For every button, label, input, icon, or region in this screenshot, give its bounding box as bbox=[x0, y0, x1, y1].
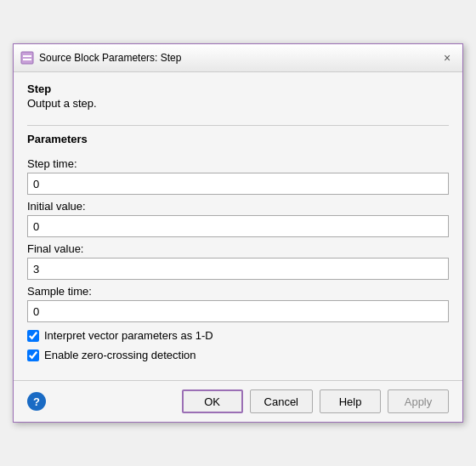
close-button[interactable]: × bbox=[439, 49, 456, 66]
ok-button[interactable]: OK bbox=[182, 389, 243, 413]
interpret-vector-row: Interpret vector parameters as 1-D bbox=[27, 329, 449, 342]
title-bar: Source Block Parameters: Step × bbox=[14, 44, 462, 72]
title-text: Source Block Parameters: Step bbox=[39, 52, 434, 64]
section-header: Step bbox=[27, 82, 449, 95]
sample-time-input[interactable] bbox=[27, 300, 449, 322]
help-icon[interactable]: ? bbox=[27, 392, 46, 411]
svg-rect-1 bbox=[23, 55, 31, 57]
zero-crossing-checkbox[interactable] bbox=[27, 350, 39, 361]
divider-top bbox=[27, 125, 449, 126]
zero-crossing-label: Enable zero-crossing detection bbox=[44, 349, 196, 361]
step-time-label: Step time: bbox=[27, 157, 449, 170]
initial-value-label: Initial value: bbox=[27, 200, 449, 213]
section-description: Output a step. bbox=[27, 97, 449, 110]
dialog-footer: ? OK Cancel Help Apply bbox=[14, 380, 462, 422]
svg-rect-2 bbox=[23, 59, 31, 60]
svg-rect-0 bbox=[21, 52, 33, 64]
interpret-vector-label: Interpret vector parameters as 1-D bbox=[44, 329, 213, 342]
params-header: Parameters bbox=[27, 133, 449, 145]
dialog-icon bbox=[20, 51, 34, 65]
dialog-content: Step Output a step. Parameters Step time… bbox=[14, 72, 462, 372]
interpret-vector-checkbox[interactable] bbox=[27, 330, 39, 342]
step-time-input[interactable] bbox=[27, 173, 449, 195]
apply-button[interactable]: Apply bbox=[388, 389, 449, 413]
initial-value-input[interactable] bbox=[27, 215, 449, 237]
final-value-input[interactable] bbox=[27, 258, 449, 280]
help-button[interactable]: Help bbox=[320, 389, 381, 413]
zero-crossing-row: Enable zero-crossing detection bbox=[27, 349, 449, 361]
cancel-button[interactable]: Cancel bbox=[250, 389, 313, 413]
dialog-window: Source Block Parameters: Step × Step Out… bbox=[13, 43, 463, 423]
sample-time-label: Sample time: bbox=[27, 285, 449, 298]
final-value-label: Final value: bbox=[27, 242, 449, 255]
